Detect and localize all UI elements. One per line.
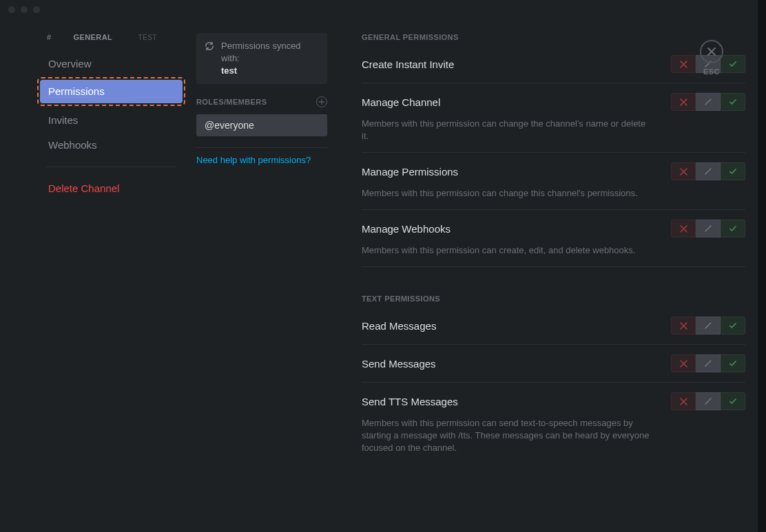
- x-icon: [680, 98, 687, 106]
- breadcrumb: #GENERAL TEST: [47, 33, 176, 41]
- sidebar-item-permissions[interactable]: Permissions: [40, 80, 183, 103]
- x-icon: [680, 360, 687, 368]
- sidebar-item-delete-channel[interactable]: Delete Channel: [40, 177, 177, 200]
- x-icon: [680, 61, 687, 68]
- perm-toggle: [671, 162, 745, 180]
- help-link-label: Need help with permissions?: [196, 155, 311, 165]
- toggle-deny[interactable]: [671, 93, 696, 111]
- check-icon: [729, 98, 737, 106]
- close-button[interactable]: [700, 40, 723, 63]
- window-titlebar: [0, 0, 766, 19]
- perm-toggle: [671, 392, 745, 410]
- toggle-neutral[interactable]: [696, 162, 721, 180]
- perm-toggle: [671, 93, 745, 111]
- perm-toggle: [671, 220, 745, 237]
- check-icon: [729, 397, 737, 405]
- perm-toggle: [671, 354, 745, 372]
- perm-title: Create Instant Invite: [362, 58, 454, 70]
- esc-label: ESC: [703, 67, 720, 76]
- role-everyone[interactable]: @everyone: [196, 114, 327, 136]
- x-icon: [680, 225, 687, 233]
- toggle-allow[interactable]: [721, 392, 745, 410]
- perm-separator: [362, 382, 745, 383]
- toggle-deny[interactable]: [671, 162, 696, 180]
- perm-manage-channel: Manage Channel Members with this permiss…: [362, 93, 745, 142]
- breadcrumb-channel: GENERAL: [53, 19, 134, 41]
- annotation-highlight: Permissions: [37, 77, 185, 106]
- toggle-allow[interactable]: [721, 162, 745, 180]
- toggle-allow[interactable]: [721, 354, 745, 372]
- toggle-allow[interactable]: [721, 317, 745, 334]
- check-icon: [729, 60, 737, 68]
- toggle-neutral[interactable]: [696, 93, 721, 111]
- plus-icon: [319, 99, 324, 105]
- toggle-allow[interactable]: [721, 93, 745, 111]
- toggle-neutral[interactable]: [696, 220, 721, 237]
- roles-column: Permissions synced with: test Roles/Memb…: [183, 19, 341, 532]
- traffic-light-min[interactable]: [21, 6, 28, 13]
- breadcrumb-hash: #: [47, 33, 52, 41]
- perm-desc: Members with this permission can create,…: [362, 244, 651, 257]
- section-title-text: Text Permissions: [362, 295, 745, 303]
- sidebar-item-webhooks[interactable]: Webhooks: [40, 134, 177, 157]
- toggle-deny[interactable]: [671, 220, 696, 237]
- slash-icon: [704, 167, 712, 175]
- add-role-button[interactable]: [316, 96, 327, 107]
- section-title-general: General Permissions: [362, 33, 745, 41]
- toggle-deny[interactable]: [671, 55, 696, 73]
- slash-icon: [704, 98, 712, 106]
- toggle-allow[interactable]: [721, 55, 745, 73]
- slash-icon: [704, 359, 712, 368]
- breadcrumb-server: TEST: [138, 34, 157, 41]
- toggle-deny[interactable]: [671, 317, 696, 334]
- perm-separator: [362, 266, 745, 267]
- sidebar-item-label: Delete Channel: [48, 182, 119, 194]
- perm-title: Send TTS Messages: [362, 396, 458, 407]
- role-label: @everyone: [205, 120, 254, 131]
- slash-icon: [704, 224, 712, 233]
- sidebar-item-label: Webhooks: [48, 139, 97, 151]
- sidebar-item-label: Overview: [48, 58, 92, 70]
- slash-icon: [704, 321, 712, 330]
- perm-manage-permissions: Manage Permissions Members with this per…: [362, 162, 745, 200]
- close-icon: [707, 47, 716, 56]
- perm-create-instant-invite: Create Instant Invite: [362, 55, 745, 73]
- sidebar-item-invites[interactable]: Invites: [40, 109, 177, 132]
- settings-sidebar: #GENERAL TEST Overview Permissions Invit…: [0, 19, 183, 532]
- permissions-help-link[interactable]: Need help with permissions?: [196, 155, 327, 165]
- perm-desc: Members with this permission can change …: [362, 118, 651, 142]
- perm-title: Manage Permissions: [362, 166, 458, 178]
- perm-read-messages: Read Messages: [362, 317, 745, 334]
- toggle-deny[interactable]: [671, 392, 696, 410]
- traffic-light-close[interactable]: [8, 6, 15, 13]
- sync-icon: [205, 41, 214, 51]
- perm-title: Send Messages: [362, 358, 436, 370]
- check-icon: [729, 359, 737, 368]
- sidebar-item-label: Permissions: [48, 85, 105, 97]
- perm-title: Read Messages: [362, 320, 436, 332]
- perm-separator: [362, 209, 745, 210]
- perm-title: Manage Channel: [362, 96, 440, 108]
- toggle-neutral[interactable]: [696, 317, 721, 334]
- perm-desc: Members with this permission can change …: [362, 187, 651, 200]
- perm-toggle: [671, 317, 745, 334]
- perm-desc: Members with this permission can send te…: [362, 417, 651, 454]
- check-icon: [729, 224, 737, 233]
- sync-subtitle: test: [221, 65, 319, 77]
- sidebar-item-label: Invites: [48, 114, 78, 126]
- toggle-neutral[interactable]: [696, 354, 721, 372]
- perm-title: Manage Webhooks: [362, 223, 451, 235]
- slash-icon: [704, 397, 712, 405]
- middle-separator: [196, 147, 327, 148]
- toggle-allow[interactable]: [721, 220, 745, 237]
- perm-separator: [362, 344, 745, 345]
- x-icon: [680, 168, 687, 175]
- traffic-light-zoom[interactable]: [33, 6, 40, 13]
- sidebar-item-overview[interactable]: Overview: [40, 52, 177, 76]
- x-icon: [680, 322, 687, 330]
- toggle-neutral[interactable]: [696, 392, 721, 410]
- roles-header: Roles/Members: [196, 98, 267, 106]
- sync-title: Permissions synced with:: [221, 40, 319, 65]
- toggle-deny[interactable]: [671, 354, 696, 372]
- perm-separator: [362, 152, 745, 153]
